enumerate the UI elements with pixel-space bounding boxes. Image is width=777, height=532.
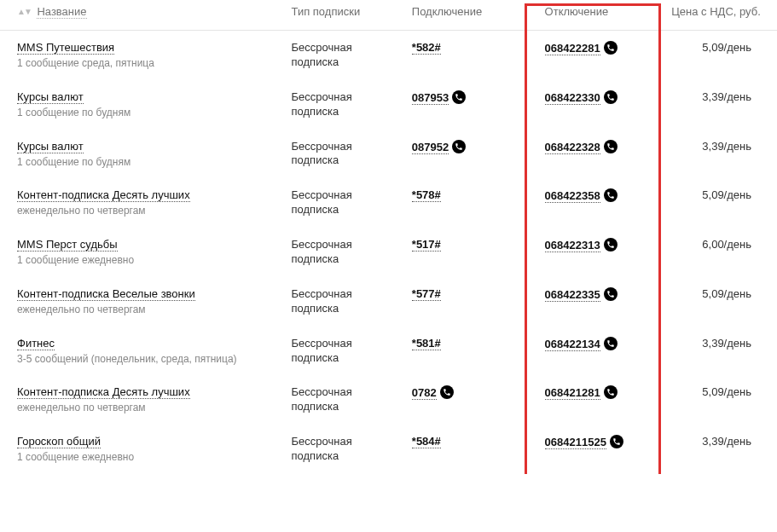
- cell-connection: *582#: [403, 31, 536, 80]
- cell-disconnection: 068422313: [536, 228, 664, 277]
- cell-connection: 087953: [403, 80, 536, 130]
- disconnection-code[interactable]: 0684211525: [545, 436, 606, 449]
- cell-disconnection: 068422358: [536, 178, 664, 228]
- phone-icon[interactable]: [452, 90, 466, 104]
- subscription-description: 1 сообщение по будням: [17, 156, 275, 168]
- subscription-name-link[interactable]: Фитнес: [17, 337, 55, 350]
- cell-disconnection: 068422335: [536, 277, 664, 327]
- phone-icon[interactable]: [440, 385, 454, 399]
- connection-code[interactable]: *577#: [412, 287, 441, 301]
- col-header-name[interactable]: ▲▼ Название: [0, 0, 283, 31]
- table-row: Фитнес3-5 сообщений (понедельник, среда,…: [0, 327, 777, 376]
- subscription-name-link[interactable]: Курсы валют: [17, 140, 84, 153]
- cell-price: 3,39/день: [663, 130, 777, 179]
- phone-icon[interactable]: [452, 140, 466, 153]
- phone-icon[interactable]: [610, 435, 623, 448]
- table-row: Гороскоп общий1 сообщение ежедневноБесср…: [0, 425, 777, 474]
- phone-icon[interactable]: [604, 287, 618, 301]
- cell-disconnection: 068422328: [536, 130, 664, 179]
- connection-code[interactable]: 087952: [412, 141, 449, 154]
- disconnection-code[interactable]: 068422358: [545, 189, 600, 203]
- subscription-description: 1 сообщение ежедневно: [17, 451, 275, 463]
- subscription-description: еженедельно по четвергам: [17, 304, 275, 315]
- table-row: Контент-подписка Веселые звонкиеженедель…: [0, 277, 777, 327]
- cell-name: Курсы валют1 сообщение по будням: [0, 130, 283, 179]
- cell-disconnection: 068422134: [536, 327, 664, 376]
- subscription-description: еженедельно по четвергам: [17, 402, 275, 413]
- connection-code[interactable]: 087953: [412, 91, 449, 105]
- cell-type: Бессрочная подписка: [283, 130, 403, 179]
- cell-connection: *578#: [403, 178, 536, 228]
- disconnection-code[interactable]: 068422335: [545, 288, 600, 302]
- connection-code[interactable]: *581#: [412, 337, 441, 350]
- col-header-conn-label: Подключение: [412, 5, 482, 18]
- cell-disconnection: 068421281: [536, 375, 664, 425]
- subscription-description: 3-5 сообщений (понедельник, среда, пятни…: [17, 353, 275, 365]
- disconnection-code[interactable]: 068422134: [545, 338, 600, 351]
- cell-type: Бессрочная подписка: [283, 178, 403, 228]
- cell-type: Бессрочная подписка: [283, 327, 403, 376]
- cell-price: 3,39/день: [663, 80, 777, 130]
- subscription-description: 1 сообщение по будням: [17, 107, 275, 119]
- col-header-type-label: Тип подписки: [292, 5, 361, 18]
- col-header-type: Тип подписки: [283, 0, 403, 31]
- phone-icon[interactable]: [604, 41, 618, 55]
- col-header-connection: Подключение: [403, 0, 536, 31]
- cell-price: 5,09/день: [663, 31, 777, 80]
- cell-name: Контент-подписка Веселые звонкиеженедель…: [0, 277, 283, 327]
- cell-type: Бессрочная подписка: [283, 425, 403, 474]
- subscription-name-link[interactable]: MMS Перст судьбы: [17, 238, 118, 252]
- phone-icon[interactable]: [604, 238, 618, 252]
- table-row: Курсы валют1 сообщение по буднямБессрочн…: [0, 80, 777, 130]
- cell-price: 3,39/день: [663, 425, 777, 474]
- cell-price: 6,00/день: [663, 228, 777, 277]
- cell-price: 5,09/день: [663, 375, 777, 425]
- cell-name: Фитнес3-5 сообщений (понедельник, среда,…: [0, 327, 283, 376]
- subscription-name-link[interactable]: Контент-подписка Десять лучших: [17, 188, 190, 202]
- cell-name: Контент-подписка Десять лучшихеженедельн…: [0, 375, 283, 425]
- cell-connection: *577#: [403, 277, 536, 327]
- cell-price: 5,09/день: [663, 277, 777, 327]
- col-header-price: Цена с НДС, руб.: [663, 0, 777, 31]
- subscription-name-link[interactable]: Контент-подписка Веселые звонки: [17, 287, 195, 301]
- cell-type: Бессрочная подписка: [283, 80, 403, 130]
- table-header-row: ▲▼ Название Тип подписки Подключение Отк…: [0, 0, 777, 31]
- subscription-name-link[interactable]: Курсы валют: [17, 90, 84, 104]
- cell-disconnection: 068422330: [536, 80, 664, 130]
- connection-code[interactable]: *517#: [412, 238, 441, 252]
- table-row: Контент-подписка Десять лучшихеженедельн…: [0, 178, 777, 228]
- table-row: Курсы валют1 сообщение по буднямБессрочн…: [0, 130, 777, 179]
- connection-code[interactable]: 0782: [412, 386, 437, 400]
- cell-type: Бессрочная подписка: [283, 375, 403, 425]
- cell-connection: *517#: [403, 228, 536, 277]
- cell-connection: *584#: [403, 425, 536, 474]
- subscription-name-link[interactable]: Гороскоп общий: [17, 435, 101, 448]
- connection-code[interactable]: *578#: [412, 188, 441, 202]
- cell-type: Бессрочная подписка: [283, 277, 403, 327]
- cell-name: MMS Путешествия1 сообщение среда, пятниц…: [0, 31, 283, 80]
- phone-icon[interactable]: [604, 385, 618, 399]
- cell-type: Бессрочная подписка: [283, 228, 403, 277]
- subscription-name-link[interactable]: MMS Путешествия: [17, 41, 114, 55]
- phone-icon[interactable]: [604, 337, 618, 350]
- disconnection-code[interactable]: 068421281: [545, 386, 600, 400]
- subscription-description: еженедельно по четвергам: [17, 205, 275, 217]
- phone-icon[interactable]: [604, 140, 618, 153]
- cell-connection: 087952: [403, 130, 536, 179]
- table-row: Контент-подписка Десять лучшихеженедельн…: [0, 375, 777, 425]
- connection-code[interactable]: *584#: [412, 435, 441, 448]
- subscription-name-link[interactable]: Контент-подписка Десять лучших: [17, 385, 190, 399]
- disconnection-code[interactable]: 068422328: [545, 141, 600, 154]
- col-header-price-label: Цена с НДС, руб.: [671, 5, 761, 18]
- subscription-description: 1 сообщение среда, пятница: [17, 57, 275, 69]
- disconnection-code[interactable]: 068422330: [545, 91, 600, 105]
- disconnection-code[interactable]: 068422313: [545, 239, 600, 252]
- connection-code[interactable]: *582#: [412, 41, 441, 55]
- sort-icon[interactable]: ▲▼: [17, 7, 31, 16]
- phone-icon[interactable]: [604, 90, 618, 104]
- cell-name: Гороскоп общий1 сообщение ежедневно: [0, 425, 283, 474]
- disconnection-code[interactable]: 068422281: [545, 42, 600, 55]
- col-header-disc-label: Отключение: [545, 5, 609, 18]
- cell-name: Курсы валют1 сообщение по будням: [0, 80, 283, 130]
- phone-icon[interactable]: [604, 188, 618, 202]
